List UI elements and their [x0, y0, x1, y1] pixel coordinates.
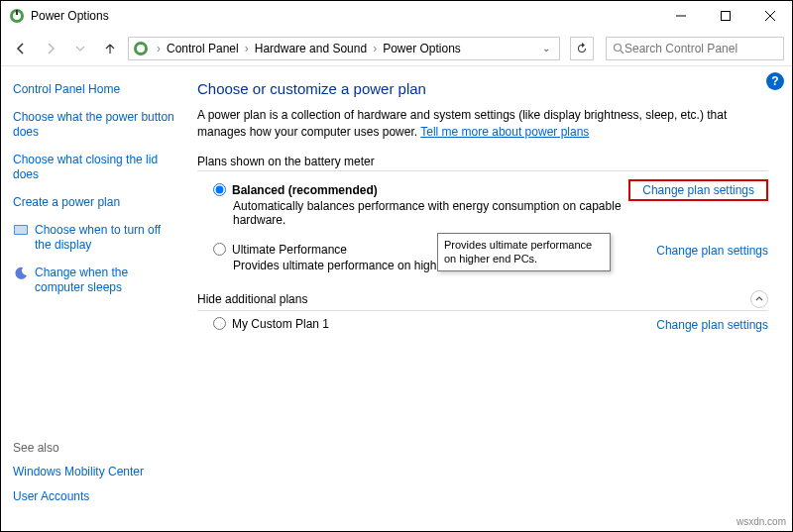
plan-balanced-radio-label[interactable]: Balanced (recommended) [213, 183, 628, 197]
svg-point-9 [615, 44, 622, 51]
svg-point-8 [137, 45, 145, 53]
help-icon[interactable]: ? [766, 72, 784, 90]
up-button[interactable] [98, 37, 122, 60]
see-also: See also Windows Mobility Center User Ac… [13, 441, 144, 515]
collapse-button[interactable] [750, 290, 768, 308]
address-icon [133, 41, 149, 56]
breadcrumb: › Control Panel › Hardware and Sound › P… [153, 40, 537, 57]
breadcrumb-power-options[interactable]: Power Options [381, 40, 463, 57]
plan-balanced-name: Balanced (recommended) [232, 183, 378, 197]
search-input[interactable] [624, 42, 777, 55]
plan-custom-name: My Custom Plan 1 [232, 317, 329, 331]
forward-button[interactable] [39, 37, 62, 60]
svg-line-10 [621, 51, 623, 53]
svg-rect-2 [16, 10, 18, 15]
change-plan-custom[interactable]: Change plan settings [656, 317, 768, 332]
breadcrumb-hardware-sound[interactable]: Hardware and Sound [253, 40, 369, 57]
maximize-button[interactable] [703, 1, 747, 31]
back-button[interactable] [9, 37, 33, 60]
search-icon [613, 43, 624, 54]
sidebar-create-plan[interactable]: Create a power plan [13, 195, 177, 211]
plans-section-label: Plans shown on the battery meter [197, 155, 768, 171]
plan-custom: My Custom Plan 1 Change plan settings [197, 311, 768, 342]
window-title: Power Options [31, 9, 658, 23]
svg-rect-4 [721, 12, 730, 21]
window-controls [658, 1, 792, 31]
hide-plans-label: Hide additional plans [197, 292, 750, 306]
titlebar: Power Options [1, 1, 792, 31]
refresh-button[interactable] [570, 37, 594, 60]
main-panel: ? Choose or customize a power plan A pow… [189, 66, 792, 531]
sidebar-closing-lid[interactable]: Choose what closing the lid does [13, 153, 177, 183]
content: Control Panel Home Choose what the power… [1, 66, 792, 531]
breadcrumb-control-panel[interactable]: Control Panel [165, 40, 241, 57]
change-plan-ultimate[interactable]: Change plan settings [656, 243, 768, 258]
app-icon [9, 8, 25, 24]
page-heading: Choose or customize a power plan [197, 80, 768, 97]
tooltip: Provides ultimate performance on higher … [437, 233, 611, 271]
chevron-right-icon[interactable]: › [373, 42, 377, 55]
plan-custom-radio-label[interactable]: My Custom Plan 1 [213, 317, 656, 331]
page-description: A power plan is a collection of hardware… [197, 107, 768, 141]
see-also-mobility[interactable]: Windows Mobility Center [13, 465, 144, 480]
plan-balanced: Balanced (recommended) Automatically bal… [197, 177, 768, 237]
sleep-icon [13, 266, 29, 281]
see-also-accounts[interactable]: User Accounts [13, 489, 144, 505]
chevron-right-icon[interactable]: › [245, 42, 249, 55]
sidebar-computer-sleeps[interactable]: Change when the computer sleeps [35, 266, 177, 296]
minimize-button[interactable] [658, 1, 703, 31]
close-button[interactable] [747, 1, 792, 31]
plan-balanced-radio[interactable] [213, 183, 226, 196]
address-dropdown[interactable]: ⌄ [537, 43, 555, 53]
sidebar-home[interactable]: Control Panel Home [13, 82, 177, 98]
sidebar: Control Panel Home Choose what the power… [1, 66, 189, 531]
navbar: › Control Panel › Hardware and Sound › P… [1, 31, 792, 66]
display-icon [13, 223, 29, 239]
sidebar-turn-off-display[interactable]: Choose when to turn off the display [35, 223, 177, 254]
search-box[interactable] [606, 37, 784, 60]
plan-custom-radio[interactable] [213, 317, 226, 330]
plan-balanced-sub: Automatically balances performance with … [233, 199, 628, 227]
watermark: wsxdn.com [736, 516, 786, 527]
address-bar[interactable]: › Control Panel › Hardware and Sound › P… [128, 37, 560, 60]
recent-dropdown[interactable] [68, 37, 92, 60]
see-also-heading: See also [13, 441, 144, 455]
learn-more-link[interactable]: Tell me more about power plans [420, 125, 589, 139]
change-plan-balanced[interactable]: Change plan settings [628, 179, 768, 201]
hide-plans-section: Hide additional plans [197, 290, 768, 311]
plan-ultimate-name: Ultimate Performance [232, 243, 347, 257]
chevron-right-icon[interactable]: › [157, 42, 161, 55]
sidebar-power-button[interactable]: Choose what the power button does [13, 110, 177, 141]
svg-rect-12 [15, 226, 27, 234]
plan-ultimate-radio[interactable] [213, 243, 226, 256]
